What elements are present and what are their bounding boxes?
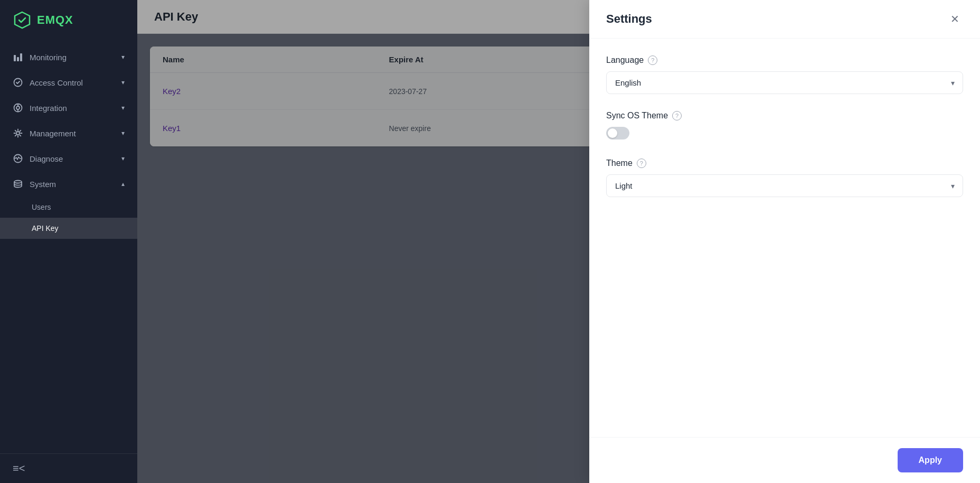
monitoring-chevron: ▾	[121, 53, 125, 61]
sync-os-theme-label-text: Sync OS Theme	[606, 111, 668, 120]
settings-header: Settings ✕	[589, 0, 980, 39]
theme-label-text: Theme	[606, 159, 633, 168]
settings-body: Language ? English Chinese ▾ Sync OS The…	[589, 39, 980, 437]
sidebar-item-api-key[interactable]: API Key	[0, 218, 137, 239]
sidebar-item-monitoring[interactable]: Monitoring ▾	[0, 44, 137, 70]
monitoring-icon	[13, 52, 23, 62]
management-icon	[13, 128, 23, 138]
language-select[interactable]: English Chinese	[606, 71, 963, 94]
close-button[interactable]: ✕	[946, 11, 963, 27]
sync-os-theme-help-icon[interactable]: ?	[672, 111, 682, 120]
sidebar-collapse[interactable]: ≡<	[0, 453, 137, 483]
sidebar-item-users[interactable]: Users	[0, 197, 137, 218]
sidebar-nav: Monitoring ▾ Access Control ▾	[0, 40, 137, 453]
sync-os-theme-section: Sync OS Theme ?	[606, 111, 963, 142]
access-control-chevron: ▾	[121, 79, 125, 86]
apply-button[interactable]: Apply	[898, 448, 963, 472]
logo-text: EMQX	[37, 13, 73, 27]
theme-select-wrapper: Light Dark ▾	[606, 174, 963, 197]
sync-os-theme-toggle[interactable]	[606, 127, 629, 140]
svg-point-10	[14, 181, 22, 183]
sidebar-item-integration[interactable]: Integration ▾	[0, 95, 137, 120]
access-control-icon	[13, 77, 23, 88]
settings-title: Settings	[606, 12, 652, 26]
svg-rect-2	[20, 53, 22, 61]
sidebar-item-access-control[interactable]: Access Control ▾	[0, 70, 137, 95]
sidebar-item-api-key-label: API Key	[32, 224, 59, 233]
sidebar-item-system[interactable]: System ▴	[0, 171, 137, 197]
svg-rect-1	[17, 57, 19, 61]
management-chevron: ▾	[121, 129, 125, 137]
sidebar-item-integration-label: Integration	[30, 104, 67, 113]
integration-chevron: ▾	[121, 104, 125, 112]
sidebar-item-management[interactable]: Management ▾	[0, 120, 137, 146]
language-help-icon[interactable]: ?	[648, 55, 657, 65]
theme-help-icon[interactable]: ?	[637, 159, 646, 168]
language-label: Language ?	[606, 55, 963, 65]
system-icon	[13, 179, 23, 189]
sidebar-item-management-label: Management	[30, 129, 76, 138]
sync-os-theme-label: Sync OS Theme ?	[606, 111, 963, 120]
logo: EMQX	[0, 0, 137, 40]
settings-footer: Apply	[589, 437, 980, 483]
diagnose-icon	[13, 153, 23, 164]
diagnose-chevron: ▾	[121, 155, 125, 162]
integration-icon	[13, 103, 23, 113]
language-select-wrapper: English Chinese ▾	[606, 71, 963, 94]
svg-rect-0	[14, 55, 16, 61]
system-chevron: ▴	[121, 180, 125, 188]
theme-label: Theme ?	[606, 159, 963, 168]
main-content: API Key Name Expire At Note Enable Key2 …	[137, 0, 980, 483]
collapse-icon: ≡<	[13, 462, 25, 475]
sidebar: EMQX Monitoring ▾ Access Contr	[0, 0, 137, 483]
sidebar-item-users-label: Users	[32, 203, 51, 211]
language-section: Language ? English Chinese ▾	[606, 55, 963, 94]
sidebar-item-monitoring-label: Monitoring	[30, 53, 67, 62]
sidebar-item-system-label: System	[30, 180, 56, 189]
sidebar-item-diagnose-label: Diagnose	[30, 154, 63, 163]
svg-point-5	[16, 106, 20, 109]
sidebar-item-diagnose[interactable]: Diagnose ▾	[0, 146, 137, 171]
theme-select[interactable]: Light Dark	[606, 174, 963, 197]
sidebar-item-access-control-label: Access Control	[30, 78, 83, 87]
svg-point-8	[16, 132, 20, 135]
settings-panel: Settings ✕ Language ? English Chinese ▾	[589, 0, 980, 483]
theme-section: Theme ? Light Dark ▾	[606, 159, 963, 197]
logo-icon	[13, 11, 32, 30]
close-icon: ✕	[950, 13, 959, 25]
language-label-text: Language	[606, 55, 644, 65]
